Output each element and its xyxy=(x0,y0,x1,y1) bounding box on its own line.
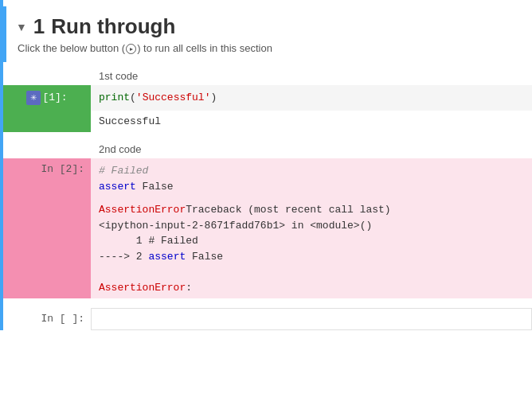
cell-1: ✳ [1]: print('Successful') Successful xyxy=(3,85,532,132)
section-number: 1 xyxy=(33,14,45,39)
section-name: Run through xyxy=(51,14,175,39)
cell-2-input-row: In [2]: # Failedassert False xyxy=(3,158,532,199)
cell-2-prompt: In [2]: xyxy=(3,158,91,199)
cell-1-input-row: ✳ [1]: print('Successful') xyxy=(3,85,532,111)
cell-1-output-row: Successful xyxy=(3,111,532,133)
cell-1-prompt: ✳ [1]: xyxy=(3,85,91,111)
cell-2-output: AssertionErrorTraceback (most recent cal… xyxy=(91,199,532,298)
run-inline-icon xyxy=(126,44,136,54)
section-subtitle: Click the below button ( ) to run all ce… xyxy=(18,42,519,54)
cell-3-prompt: In [ ]: xyxy=(3,308,91,330)
section-title: ▼ 1 Run through xyxy=(16,14,519,39)
running-star-icon: ✳ xyxy=(26,91,41,105)
cell-3-code[interactable] xyxy=(91,308,532,330)
collapse-arrow-icon[interactable]: ▼ xyxy=(16,21,27,33)
cell-2-code[interactable]: # Failedassert False xyxy=(91,158,532,199)
cell-2: In [2]: # Failedassert False AssertionEr… xyxy=(3,158,532,298)
cell-2-label: 2nd code xyxy=(99,143,532,155)
notebook: ▼ 1 Run through Click the below button (… xyxy=(0,0,532,330)
section-container: ▼ 1 Run through Click the below button (… xyxy=(0,0,532,330)
cell-3: In [ ]: xyxy=(3,308,532,330)
cell-2-output-prompt xyxy=(3,199,91,298)
cell-1-prompt-label: [1]: xyxy=(42,92,67,103)
cell-1-code[interactable]: print('Successful') xyxy=(91,85,532,111)
cell-1-label: 1st code xyxy=(99,70,532,82)
cell-1-output: Successful xyxy=(91,111,532,133)
cell-1-output-prompt xyxy=(3,111,91,133)
cell-2-output-row: AssertionErrorTraceback (most recent cal… xyxy=(3,199,532,298)
cells-area: 1st code ✳ [1]: print('Successful') Succ… xyxy=(3,70,532,330)
cell-3-input-row: In [ ]: xyxy=(3,308,532,330)
section-header: ▼ 1 Run through Click the below button (… xyxy=(3,6,532,62)
